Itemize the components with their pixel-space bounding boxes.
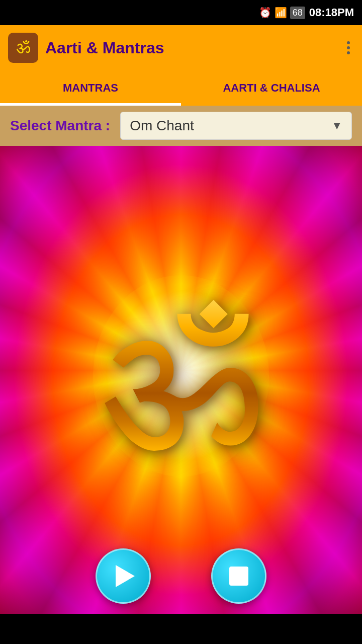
status-time: 08:18PM [309,6,354,19]
main-content: ॐ [0,146,362,614]
signal-icon: 📶 [275,7,287,19]
battery-level: 68 [290,7,305,19]
status-bar: ⏰ 📶 68 08:18PM [0,0,362,25]
play-button[interactable] [96,548,151,604]
selected-mantra: Om Chant [130,118,194,134]
selector-label: Select Mantra : [10,118,110,134]
om-logo-symbol: ॐ [16,38,31,58]
tab-aarti-chalisa[interactable]: AARTI & CHALISA [181,70,362,106]
more-options-button[interactable] [343,37,354,58]
app-title: Aarti & Mantras [45,39,343,57]
dot-1 [347,41,350,44]
selector-row: Select Mantra : Om Chant ▼ [0,106,362,146]
app-logo: ॐ [8,33,38,63]
stop-button[interactable] [211,548,266,604]
tab-mantras[interactable]: MANTRAS [0,70,181,106]
app-bar: ॐ Aarti & Mantras [0,25,362,70]
dot-2 [347,46,350,49]
play-icon [116,565,135,587]
chevron-down-icon: ▼ [331,119,342,132]
mantra-dropdown[interactable]: Om Chant ▼ [120,112,352,140]
stop-icon [229,567,248,586]
dot-3 [347,51,350,54]
playback-controls [0,538,362,614]
status-icons: ⏰ 📶 68 [259,7,305,19]
tab-bar: MANTRAS AARTI & CHALISA [0,70,362,106]
alarm-icon: ⏰ [259,7,272,19]
om-symbol: ॐ [101,288,261,479]
